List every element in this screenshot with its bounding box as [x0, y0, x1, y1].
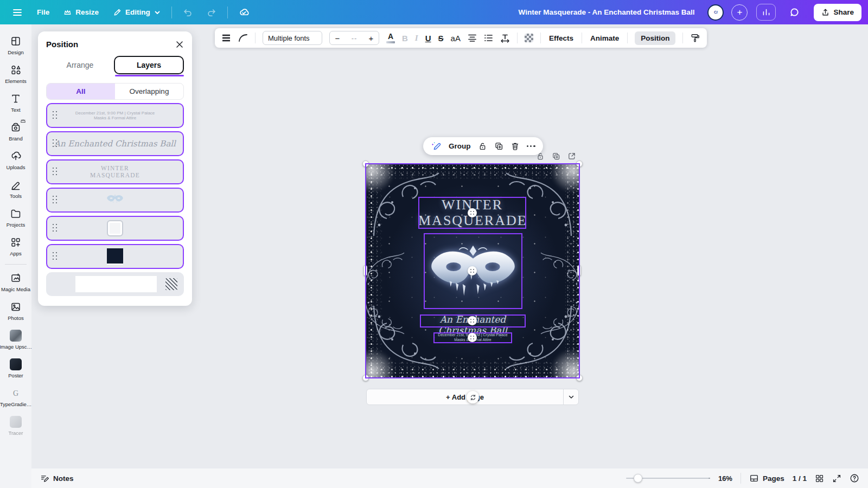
layer-row-page-background[interactable] — [46, 272, 184, 296]
share-button[interactable]: Share — [814, 4, 861, 21]
bold-button[interactable]: B — [402, 34, 408, 43]
avatar[interactable]: C/ — [707, 4, 724, 21]
sidebar-item-photos[interactable]: Photos — [1, 297, 31, 325]
sidebar-item-apps[interactable]: Apps — [1, 232, 31, 261]
trash-icon[interactable] — [510, 142, 520, 151]
magic-edit-icon[interactable] — [431, 141, 442, 152]
transparency-button[interactable] — [525, 34, 533, 42]
strikethrough-button[interactable]: S — [438, 34, 444, 43]
file-button[interactable]: File — [31, 4, 55, 20]
sidebar-item-uploads[interactable]: Uploads — [1, 146, 31, 175]
add-page-button[interactable]: + Add page — [367, 389, 563, 404]
font-size-decrease[interactable]: − — [330, 34, 345, 43]
position-button[interactable]: Position — [635, 31, 675, 45]
sidebar-item-projects[interactable]: Projects — [1, 203, 31, 232]
resize-handle-top-left[interactable] — [362, 160, 369, 167]
resize-handle-bottom-left[interactable] — [362, 375, 369, 381]
notes-button[interactable]: Notes — [40, 474, 74, 483]
resize-button[interactable]: Resize — [58, 4, 104, 20]
bar-chart-icon — [762, 8, 771, 17]
pages-icon — [749, 473, 759, 483]
tab-arrange[interactable]: Arrange — [46, 56, 114, 74]
animate-button[interactable]: Animate — [589, 31, 620, 45]
help-icon — [850, 473, 859, 483]
export-page-button[interactable] — [567, 152, 576, 163]
resize-handle-left[interactable] — [363, 265, 367, 276]
element-drag-handle[interactable] — [468, 208, 477, 217]
layer-row-title-text[interactable]: WINTER MASQUERADE — [46, 159, 184, 184]
photos-icon — [10, 301, 22, 313]
frame-thumbnail — [107, 220, 123, 236]
element-drag-handle[interactable] — [468, 333, 477, 342]
resize-handle-bottom-right[interactable] — [576, 375, 583, 381]
help-button[interactable] — [850, 473, 859, 483]
layer-row-navy-shape[interactable] — [46, 244, 184, 269]
font-family-selector[interactable]: Multiple fonts — [263, 31, 322, 45]
layer-row-subtitle-text[interactable]: An Enchanted Christmas Ball — [46, 131, 184, 156]
text-case-button[interactable]: aA — [451, 34, 461, 43]
insights-button[interactable] — [756, 4, 776, 21]
divider — [627, 33, 628, 43]
duplicate-page-button[interactable] — [552, 152, 560, 163]
editing-mode-dropdown[interactable]: Editing — [107, 4, 166, 21]
font-size-value[interactable]: -- — [345, 34, 363, 42]
text-color-button[interactable]: A — [386, 33, 395, 43]
layer-row-frame-image[interactable] — [46, 216, 184, 241]
add-page-dropdown[interactable] — [564, 389, 578, 404]
sidebar-item-magic-media[interactable]: Magic Media — [1, 268, 31, 297]
alignment-button[interactable] — [468, 34, 477, 42]
underline-button[interactable]: U — [425, 34, 431, 43]
zoom-level[interactable]: 16% — [718, 474, 732, 483]
layer-row-mask-image[interactable] — [46, 188, 184, 213]
document-title[interactable]: Winter Masquerade - An Enchanted Christm… — [519, 8, 705, 16]
lock-icon[interactable] — [478, 142, 487, 151]
grid-view-button[interactable] — [815, 474, 824, 483]
divider — [517, 33, 518, 43]
main-menu-button[interactable] — [7, 3, 28, 22]
layer-row-details-text[interactable]: December 21st, 9:00 PM | Crystal Palace … — [46, 103, 184, 128]
more-options-button[interactable] — [527, 145, 535, 147]
sidebar-item-brand[interactable]: Brand — [1, 117, 31, 146]
invite-plus-button[interactable]: + — [731, 4, 748, 21]
font-size-increase[interactable]: + — [363, 34, 379, 43]
cloud-check-icon — [239, 7, 249, 17]
undo-button[interactable] — [177, 4, 198, 21]
pro-crown-icon — [20, 118, 26, 123]
resize-handle-right[interactable] — [577, 265, 581, 276]
filter-overlapping[interactable]: Overlapping — [115, 84, 183, 99]
comments-button[interactable] — [784, 4, 804, 21]
sidebar-item-design[interactable]: Design — [1, 31, 31, 60]
zoom-slider-thumb[interactable] — [634, 474, 642, 483]
sidebar-item-image-upscaler[interactable]: Image Upsc… — [1, 325, 31, 354]
spacing-button[interactable] — [500, 34, 510, 43]
pencil-icon — [113, 8, 122, 17]
tab-layers[interactable]: Layers — [114, 56, 184, 74]
sidebar-item-tools[interactable]: Tools — [1, 175, 31, 203]
zoom-slider[interactable] — [626, 478, 710, 479]
element-drag-handle[interactable] — [468, 266, 477, 275]
italic-button[interactable]: I — [415, 34, 418, 43]
design-page[interactable]: WINTER MASQUERADE An Enchanted Christmas… — [366, 164, 579, 377]
redo-button[interactable] — [201, 4, 222, 21]
element-drag-handle[interactable] — [468, 316, 477, 325]
list-button[interactable] — [484, 34, 493, 42]
fullscreen-button[interactable] — [832, 474, 841, 483]
sidebar-item-elements[interactable]: Elements — [1, 60, 31, 88]
rotate-handle[interactable] — [467, 391, 479, 403]
filter-all[interactable]: All — [47, 84, 115, 99]
sidebar-item-typegradient[interactable]: G TypeGradie… — [1, 383, 31, 412]
resize-handle-top-right[interactable] — [576, 160, 583, 167]
sidebar-item-tracer[interactable]: Tracer — [1, 412, 31, 440]
copy-style-button[interactable] — [690, 33, 700, 43]
divider — [540, 33, 541, 43]
sidebar-item-poster[interactable]: Poster — [1, 354, 31, 383]
duplicate-icon[interactable] — [494, 142, 503, 151]
save-status-button[interactable] — [233, 3, 254, 21]
pages-button[interactable]: Pages — [749, 473, 784, 483]
font-weight-button[interactable] — [221, 34, 231, 42]
group-button[interactable]: Group — [449, 142, 471, 150]
sidebar-item-text[interactable]: Text — [1, 88, 31, 117]
effects-button[interactable]: Effects — [548, 31, 575, 45]
close-icon[interactable] — [175, 40, 184, 49]
curve-text-button[interactable] — [238, 34, 248, 42]
